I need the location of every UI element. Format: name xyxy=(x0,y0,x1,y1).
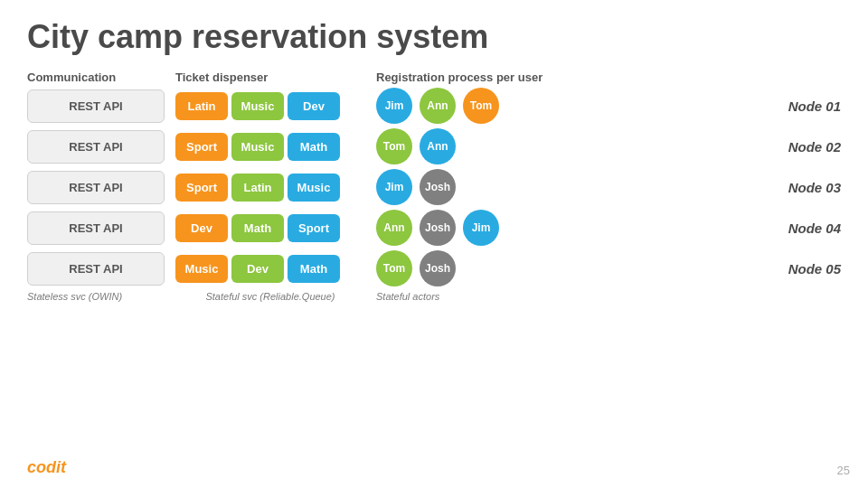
header-communication: Communication xyxy=(27,70,165,84)
ticket-tag-5-1: Music xyxy=(175,255,228,283)
node-label-5: Node 05 xyxy=(769,261,841,277)
data-row-5: REST APIMusicDevMathTomJoshNode 05 xyxy=(27,250,841,286)
ticket-tag-3-1: Sport xyxy=(175,174,228,202)
ticket-tag-1-3: Dev xyxy=(288,92,340,120)
ticket-tag-5-2: Dev xyxy=(231,255,284,283)
ticket-tags-row-4: DevMathSport xyxy=(175,214,365,242)
avatar-4-1: Ann xyxy=(376,210,412,246)
avatar-2-2: Ann xyxy=(420,128,456,164)
avatars-row-1: JimAnnTom xyxy=(376,88,769,124)
ticket-tag-2-1: Sport xyxy=(175,133,228,161)
page-title: City camp reservation system xyxy=(27,18,841,56)
ticket-tags-row-3: SportLatinMusic xyxy=(175,174,365,202)
avatar-5-1: Tom xyxy=(376,250,412,286)
ticket-tag-1-2: Music xyxy=(231,92,284,120)
ticket-tag-2-3: Math xyxy=(288,133,340,161)
node-label-2: Node 02 xyxy=(769,139,841,155)
data-row-2: REST APISportMusicMathTomAnnNode 02 xyxy=(27,128,841,164)
ticket-tag-3-2: Latin xyxy=(231,174,284,202)
rest-api-label-1: REST API xyxy=(27,89,165,123)
data-row-4: REST APIDevMathSportAnnJoshJimNode 04 xyxy=(27,210,841,246)
page-number: 25 xyxy=(837,464,850,477)
avatars-row-3: JimJosh xyxy=(376,169,769,205)
ticket-tags-row-2: SportMusicMath xyxy=(175,133,365,161)
avatars-row-2: TomAnn xyxy=(376,128,769,164)
ticket-tag-3-3: Music xyxy=(288,174,340,202)
ticket-tags-row-1: LatinMusicDev xyxy=(175,92,365,120)
node-label-3: Node 03 xyxy=(769,180,841,195)
header-registration: Registration process per user xyxy=(376,70,542,84)
avatar-4-3: Jim xyxy=(463,210,499,246)
avatars-row-4: AnnJoshJim xyxy=(376,210,769,246)
avatar-2-1: Tom xyxy=(376,128,412,164)
footer-comm: Stateless svc (OWIN) xyxy=(27,291,165,302)
data-row-3: REST APISportLatinMusicJimJoshNode 03 xyxy=(27,169,841,205)
avatars-row-5: TomJosh xyxy=(376,250,769,286)
header-ticket: Ticket dispenser xyxy=(175,70,365,84)
rest-api-label-2: REST API xyxy=(27,130,165,164)
avatar-1-2: Ann xyxy=(420,88,456,124)
data-row-1: REST APILatinMusicDevJimAnnTomNode 01 xyxy=(27,88,841,124)
avatar-4-2: Josh xyxy=(420,210,456,246)
footer-ticket: Stateful svc (Reliable.Queue) xyxy=(175,291,365,302)
logo: codit xyxy=(27,458,66,477)
ticket-tag-1-1: Latin xyxy=(175,92,228,120)
ticket-tag-4-1: Dev xyxy=(175,214,228,242)
ticket-tag-2-2: Music xyxy=(231,133,284,161)
node-label-4: Node 04 xyxy=(769,221,841,236)
ticket-tag-5-3: Math xyxy=(288,255,340,283)
rest-api-label-3: REST API xyxy=(27,171,165,204)
avatar-1-3: Tom xyxy=(463,88,499,124)
footer-reg: Stateful actors xyxy=(376,291,439,302)
rest-api-label-4: REST API xyxy=(27,211,165,245)
avatar-3-2: Josh xyxy=(420,169,456,205)
avatar-1-1: Jim xyxy=(376,88,412,124)
ticket-tags-row-5: MusicDevMath xyxy=(175,255,365,283)
page: City camp reservation system Communicati… xyxy=(0,0,868,488)
node-label-1: Node 01 xyxy=(769,99,841,114)
ticket-tag-4-3: Sport xyxy=(288,214,340,242)
ticket-tag-4-2: Math xyxy=(231,214,284,242)
rest-api-label-5: REST API xyxy=(27,252,165,286)
avatar-3-1: Jim xyxy=(376,169,412,205)
rows-container: REST APILatinMusicDevJimAnnTomNode 01RES… xyxy=(27,88,841,286)
avatar-5-2: Josh xyxy=(420,250,456,286)
